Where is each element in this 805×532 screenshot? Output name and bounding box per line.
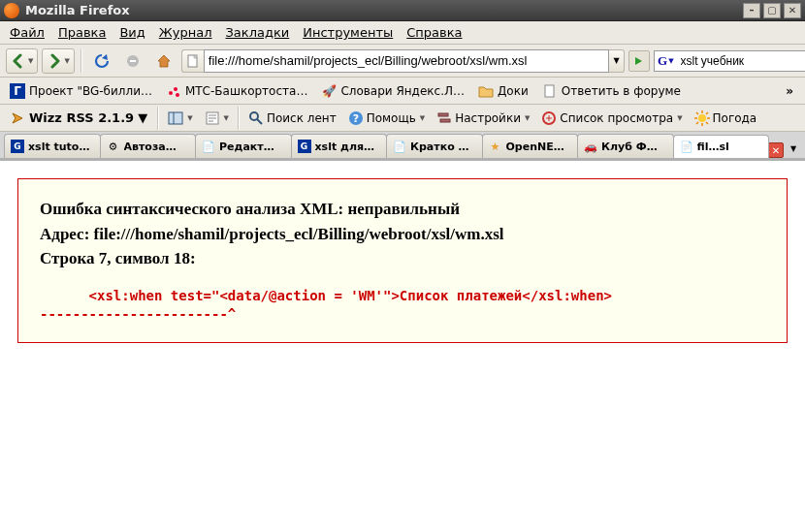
page-icon: 📄	[680, 141, 693, 154]
rss-tool-panel[interactable]: ▼	[163, 109, 197, 128]
car-icon: 🚗	[584, 140, 597, 153]
svg-line-14	[257, 119, 262, 124]
site-icon: Г	[10, 83, 25, 99]
tab-autoza[interactable]: ⚙Автоза…	[100, 134, 197, 158]
tab-kratko[interactable]: 📄Кратко …	[386, 134, 483, 158]
menu-edit[interactable]: Правка	[52, 23, 112, 42]
bookmark-mts[interactable]: МТС-Башкортоста…	[160, 81, 313, 101]
bookmark-label: Проект "BG-билли…	[29, 84, 152, 98]
back-button[interactable]: ▼	[6, 48, 38, 74]
separator	[238, 107, 240, 130]
bookmarks-overflow-button[interactable]: »	[778, 82, 801, 100]
search-input[interactable]	[677, 50, 805, 72]
bookmark-forum-reply[interactable]: Ответить в форуме	[536, 81, 687, 101]
svg-line-25	[696, 112, 698, 114]
text-icon	[205, 110, 220, 126]
bookmarks-toolbar: Г Проект "BG-билли… МТС-Башкортоста… 🚀 С…	[0, 78, 805, 105]
svg-point-13	[250, 112, 258, 120]
sun-icon	[694, 110, 710, 126]
tool-label: Список просмотра	[560, 111, 673, 125]
tool-label: Погода	[713, 111, 757, 125]
tab-club[interactable]: 🚗Клуб Ф…	[577, 134, 674, 158]
firefox-icon	[4, 3, 19, 18]
stop-button[interactable]	[119, 48, 146, 74]
rss-tool-text[interactable]: ▼	[200, 109, 234, 128]
bookmark-bg-billing[interactable]: Г Проект "BG-билли…	[4, 81, 158, 101]
home-button[interactable]	[150, 48, 177, 74]
rss-search-feeds[interactable]: Поиск лент	[243, 109, 341, 128]
menu-file[interactable]: Файл	[4, 23, 50, 42]
svg-line-26	[706, 122, 708, 124]
help-icon: ?	[348, 110, 364, 126]
site-icon	[166, 83, 181, 99]
svg-rect-6	[545, 85, 554, 97]
bookmark-yandex[interactable]: 🚀 Словари Яндекс.Л…	[315, 81, 470, 101]
search-icon	[248, 110, 264, 126]
minimize-button[interactable]: –	[743, 3, 760, 18]
rss-watchlist[interactable]: Список просмотра▼	[536, 109, 687, 128]
tab-openne[interactable]: ★OpenNE…	[482, 134, 579, 158]
svg-text:?: ?	[352, 112, 358, 125]
menu-tools[interactable]: Инструменты	[297, 23, 399, 42]
window-titlebar: Mozilla Firefox – ▢ ✕	[0, 0, 805, 21]
settings-icon	[436, 110, 452, 126]
svg-point-20	[698, 114, 706, 122]
bookmark-label: МТС-Башкортоста…	[185, 84, 307, 98]
error-heading: Ошибка синтаксического анализа XML: непр…	[40, 197, 765, 271]
svg-rect-7	[169, 112, 182, 124]
panel-icon	[168, 110, 183, 126]
bookmark-folder-docs[interactable]: Доки	[472, 81, 534, 101]
tab-xslt-dlya[interactable]: Gxslt для…	[291, 134, 388, 158]
url-bar-group: ▼	[181, 49, 625, 73]
close-window-button[interactable]: ✕	[784, 3, 801, 18]
url-identity-box[interactable]	[181, 49, 204, 73]
reload-button[interactable]	[88, 48, 115, 74]
g-icon: G	[11, 140, 24, 153]
svg-rect-18	[440, 119, 450, 122]
tab-redakt[interactable]: 📄Редакт…	[195, 134, 292, 158]
xml-error-box: Ошибка синтаксического анализа XML: непр…	[17, 178, 788, 343]
search-engine-button[interactable]: G▼	[654, 50, 677, 72]
gear-icon: ⚙	[107, 140, 120, 153]
url-input[interactable]	[204, 49, 609, 73]
list-icon	[541, 110, 557, 126]
error-location-line: Строка 7, символ 18:	[40, 246, 765, 271]
tab-bar: Gxslt tuto… ⚙Автоза… 📄Редакт… Gxslt для……	[0, 132, 805, 161]
page-icon: 📄	[202, 140, 215, 153]
separator	[157, 107, 159, 130]
tool-label: Помощь	[367, 111, 416, 125]
window-title: Mozilla Firefox	[25, 3, 743, 17]
menu-help[interactable]: Справка	[401, 23, 467, 42]
bookmark-label: Доки	[498, 84, 529, 98]
menu-history[interactable]: Журнал	[153, 23, 218, 42]
menu-view[interactable]: Вид	[113, 23, 150, 42]
svg-line-28	[706, 112, 708, 114]
wizz-icon	[10, 110, 25, 126]
tab-xslt-tutorial[interactable]: Gxslt tuto…	[4, 134, 101, 158]
rss-settings[interactable]: Настройки▼	[432, 109, 534, 128]
page-icon	[186, 54, 200, 68]
url-dropdown-button[interactable]: ▼	[609, 49, 625, 73]
tab-wm-xsl[interactable]: 📄fil…sl	[673, 135, 770, 159]
page-icon: 📄	[393, 140, 406, 153]
svg-point-4	[174, 87, 177, 91]
rss-help[interactable]: ? Помощь▼	[343, 109, 431, 128]
forward-button[interactable]: ▼	[42, 48, 74, 74]
bookmark-label: Ответить в форуме	[562, 84, 681, 98]
tab-list-button[interactable]: ▼	[786, 139, 801, 158]
rss-weather[interactable]: Погода	[690, 109, 762, 128]
star-icon: ★	[489, 140, 502, 153]
go-button[interactable]	[628, 50, 650, 72]
menu-bookmarks[interactable]: Закладки	[220, 23, 296, 42]
maximize-button[interactable]: ▢	[763, 3, 781, 18]
rss-title[interactable]: Wizz RSS 2.1.9 ▼	[4, 109, 153, 128]
menu-bar: Файл Правка Вид Журнал Закладки Инструме…	[0, 21, 805, 45]
folder-icon	[478, 83, 494, 99]
svg-point-5	[176, 93, 179, 97]
tab-close-button[interactable]: ✕	[768, 142, 784, 158]
g-icon: G	[298, 140, 311, 153]
error-source-code: <xsl:when test="<data/@action = 'WM'">Сп…	[40, 287, 765, 325]
svg-rect-1	[130, 60, 136, 62]
page-content: Ошибка синтаксического анализа XML: непр…	[0, 161, 805, 532]
svg-line-27	[696, 122, 698, 124]
